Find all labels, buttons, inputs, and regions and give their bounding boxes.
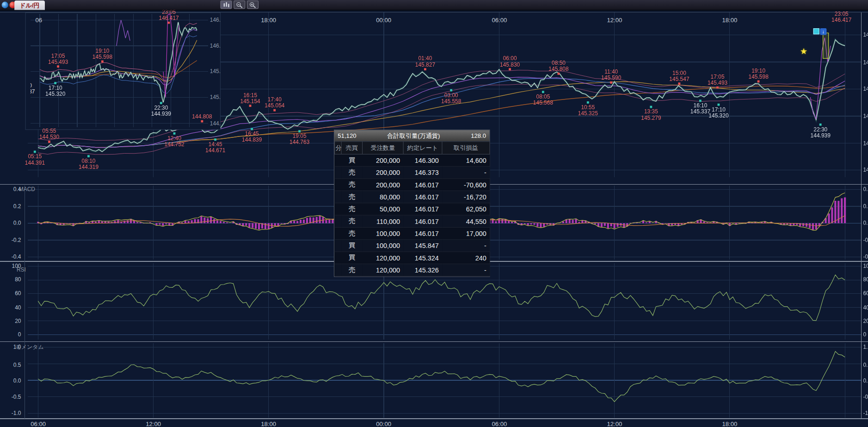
order-cell: 240 bbox=[442, 252, 490, 264]
order-cell: - bbox=[442, 264, 490, 276]
order-row[interactable]: 買200,000146.30014,600 bbox=[335, 154, 490, 166]
order-cell bbox=[335, 215, 341, 227]
order-cell: 44,550 bbox=[442, 215, 490, 227]
order-cell bbox=[335, 154, 341, 166]
order-column-header: 約定レート bbox=[403, 142, 442, 155]
chart-toolbar bbox=[220, 0, 259, 9]
order-cell: 買 bbox=[341, 154, 362, 166]
order-cell: 145.324 bbox=[403, 252, 442, 264]
order-row[interactable]: 売110,000146.01744,550 bbox=[335, 215, 490, 227]
topbar: ドル/円 bbox=[0, 0, 868, 11]
order-cell: 146.017 bbox=[403, 215, 442, 227]
order-cell: 50,000 bbox=[363, 203, 404, 215]
order-cell bbox=[335, 252, 341, 264]
order-cell: 100,000 bbox=[363, 227, 404, 239]
order-cell: 14,600 bbox=[442, 154, 490, 166]
order-cell: 62,050 bbox=[442, 203, 490, 215]
order-cell: 売 bbox=[341, 264, 362, 276]
trading-app-window: 0618:0000:0006:0012:0018:0006:0012:0018:… bbox=[0, 0, 868, 427]
order-cell: 120,000 bbox=[363, 264, 404, 276]
candlestick-chart-icon bbox=[223, 2, 229, 8]
order-cell: -16,720 bbox=[442, 191, 490, 203]
zoom-in-icon bbox=[249, 1, 257, 8]
macd-panel-title: MACD bbox=[19, 186, 35, 192]
order-row[interactable]: 売100,000146.01717,000 bbox=[335, 227, 490, 239]
chart-type-button[interactable] bbox=[220, 0, 232, 9]
order-cell bbox=[335, 264, 341, 276]
order-row[interactable]: 売120,000145.326- bbox=[335, 264, 490, 276]
order-cell: 146.017 bbox=[403, 227, 442, 239]
order-cell: 売 bbox=[341, 191, 362, 203]
order-cell: 80,000 bbox=[363, 191, 404, 203]
order-cell: - bbox=[442, 167, 490, 179]
total-volume-value: 51,120 bbox=[338, 132, 356, 139]
order-table-panel: 51,120 合計取引量(万通貨) 128.0 分売買受注数量約定レート取引損益… bbox=[334, 130, 490, 277]
order-cell: 売 bbox=[341, 227, 362, 239]
order-cell bbox=[335, 240, 341, 252]
order-cell: -70,600 bbox=[442, 179, 490, 191]
order-row[interactable]: 買100,000145.847- bbox=[335, 240, 490, 252]
zoom-out-button[interactable] bbox=[234, 0, 245, 9]
order-cell: 買 bbox=[341, 240, 362, 252]
order-cell: 145.326 bbox=[403, 264, 442, 276]
order-cell: 17,000 bbox=[442, 227, 490, 239]
order-cell: 売 bbox=[341, 215, 362, 227]
order-cell bbox=[335, 227, 341, 239]
order-row[interactable]: 売50,000146.01762,050 bbox=[335, 203, 490, 215]
order-table: 分売買受注数量約定レート取引損益 買200,000146.30014,600売2… bbox=[334, 141, 490, 276]
order-row[interactable]: 買120,000145.324240 bbox=[335, 252, 490, 264]
order-cell: 買 bbox=[341, 252, 362, 264]
order-column-header: 受注数量 bbox=[363, 142, 404, 155]
order-cell: 200,000 bbox=[363, 154, 404, 166]
order-cell: 200,000 bbox=[363, 167, 404, 179]
order-table-right-value: 128.0 bbox=[471, 132, 486, 139]
order-table-titlebar: 51,120 合計取引量(万通貨) 128.0 bbox=[334, 130, 489, 141]
chart-workspace: 0618:0000:0006:0012:0018:0006:0012:0018:… bbox=[0, 0, 868, 427]
order-row[interactable]: 売80,000146.017-16,720 bbox=[335, 191, 490, 203]
order-cell: - bbox=[442, 240, 490, 252]
order-cell bbox=[335, 167, 341, 179]
order-cell: 146.300 bbox=[403, 154, 442, 166]
zoom-out-icon bbox=[236, 1, 243, 8]
zoom-in-button[interactable] bbox=[247, 0, 259, 9]
order-cell bbox=[335, 191, 341, 203]
momentum-panel-title: モメンタム bbox=[16, 343, 44, 351]
order-cell: 200,000 bbox=[363, 179, 404, 191]
app-icon bbox=[2, 2, 8, 8]
order-cell: 売 bbox=[341, 179, 362, 191]
order-row[interactable]: 売200,000146.373- bbox=[335, 167, 490, 179]
order-cell: 146.017 bbox=[403, 191, 442, 203]
order-table-title: 合計取引量(万通貨) bbox=[387, 131, 440, 140]
order-cell: 110,000 bbox=[363, 215, 404, 227]
order-cell: 売 bbox=[341, 167, 362, 179]
order-row[interactable]: 売200,000146.017-70,600 bbox=[335, 179, 490, 191]
order-cell bbox=[335, 179, 341, 191]
order-column-header: 分 bbox=[335, 142, 341, 155]
order-cell: 100,000 bbox=[363, 240, 404, 252]
order-cell bbox=[335, 203, 341, 215]
order-cell: 146.373 bbox=[403, 167, 442, 179]
order-column-header: 取引損益 bbox=[442, 142, 490, 155]
order-cell: 146.017 bbox=[403, 203, 442, 215]
order-cell: 売 bbox=[341, 203, 362, 215]
order-column-header: 売買 bbox=[341, 142, 362, 155]
tab-usdjpy[interactable]: ドル/円 bbox=[14, 0, 44, 10]
order-cell: 120,000 bbox=[363, 252, 404, 264]
order-cell: 145.847 bbox=[403, 240, 442, 252]
rsi-panel-title: RSI bbox=[17, 266, 26, 272]
order-cell: 146.017 bbox=[403, 179, 442, 191]
